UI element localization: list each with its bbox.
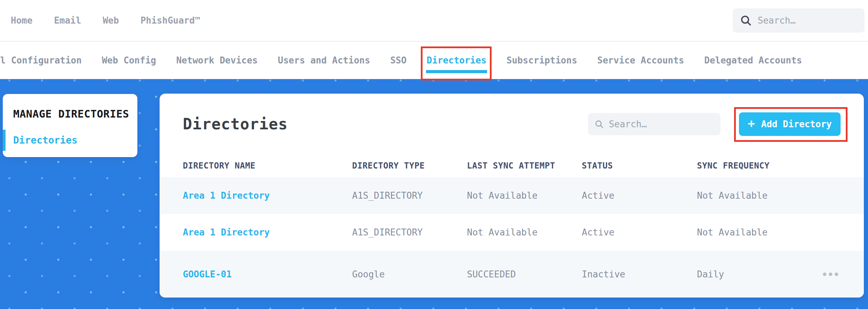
sync-frequency-cell: Not Available [697,227,823,238]
tab-sso[interactable]: SSO [390,42,407,79]
tab-service-accounts[interactable]: Service Accounts [597,42,684,79]
column-status: STATUS [582,161,697,171]
tab-users-and-actions[interactable]: Users and Actions [278,42,370,79]
active-tab-underline [426,70,487,73]
column-last-sync-attempt: LAST SYNC ATTEMPT [467,161,582,171]
sync-frequency-cell: Not Available [697,190,823,201]
tab-directories-label: Directories [427,55,486,66]
table-header-row: DIRECTORY NAME DIRECTORY TYPE LAST SYNC … [160,154,864,177]
top-bar: Home Email Web PhishGuard™ [0,0,868,42]
column-directory-name: DIRECTORY NAME [183,161,352,171]
add-directory-wrap: + Add Directory [739,112,841,136]
last-sync-attempt-cell: Not Available [467,227,582,238]
section-nav-bar: Email Configuration Web Config Network D… [0,42,868,79]
global-search-box[interactable] [733,8,865,33]
panel-header: Directories + Add Directory [160,94,864,154]
panel-actions: + Add Directory [588,112,841,136]
directory-type-cell: A1S_DIRECTORY [352,227,467,238]
search-icon [740,14,752,27]
ellipsis-icon[interactable] [823,273,838,276]
active-item-bar [3,130,6,151]
directory-name-cell: Area 1 Directory [183,190,352,201]
table-row: Area 1 Directory A1S_DIRECTORY Not Avail… [160,214,864,251]
top-nav: Home Email Web PhishGuard™ [11,15,200,26]
table-row: GOOGLE-01 Google SUCCEEDED Inactive Dail… [160,251,864,298]
top-nav-email[interactable]: Email [54,15,81,26]
directory-name-cell: Area 1 Directory [183,227,352,238]
search-icon [594,119,604,130]
directories-search-input[interactable] [609,119,714,129]
global-search-input[interactable] [758,15,858,26]
column-sync-frequency: SYNC FREQUENCY [697,161,823,171]
directory-type-cell: A1S_DIRECTORY [352,190,467,201]
tab-email-configuration[interactable]: Email Configuration [0,42,82,79]
tab-directories[interactable]: Directories [427,42,486,79]
tab-network-devices[interactable]: Network Devices [176,42,258,79]
directories-panel: Directories + Add Directory [160,94,864,298]
directory-type-cell: Google [352,269,467,279]
add-directory-label: Add Directory [761,119,832,129]
directory-link[interactable]: GOOGLE-01 [183,269,232,279]
directories-search-box[interactable] [588,113,721,135]
tab-delegated-accounts[interactable]: Delegated Accounts [704,42,802,79]
directory-link[interactable]: Area 1 Directory [183,227,270,238]
side-card-title: MANAGE DIRECTORIES [3,94,137,120]
add-directory-button[interactable]: + Add Directory [739,112,841,136]
top-nav-home[interactable]: Home [11,15,33,26]
status-cell: Active [582,227,697,238]
sync-frequency-cell: Daily [697,269,823,279]
top-nav-web[interactable]: Web [103,15,119,26]
last-sync-attempt-cell: Not Available [467,190,582,201]
manage-directories-card: MANAGE DIRECTORIES Directories [3,94,137,157]
directory-name-cell: GOOGLE-01 [183,269,352,279]
sidebar-item-directories-label: Directories [13,135,77,146]
status-cell: Active [582,190,697,201]
tab-web-config[interactable]: Web Config [102,42,156,79]
tab-subscriptions[interactable]: Subscriptions [507,42,577,79]
top-nav-phishguard[interactable]: PhishGuard™ [141,15,200,26]
status-cell: Inactive [582,269,697,279]
plus-icon: + [748,118,755,129]
column-directory-type: DIRECTORY TYPE [352,161,467,171]
panel-title: Directories [183,115,288,133]
actions-cell [823,273,841,276]
directory-link[interactable]: Area 1 Directory [183,190,270,201]
sidebar-item-directories[interactable]: Directories [3,131,137,149]
workspace-background: MANAGE DIRECTORIES Directories Directori… [0,79,868,309]
section-nav: Email Configuration Web Config Network D… [0,42,802,79]
last-sync-attempt-cell: SUCCEEDED [467,269,582,279]
table-row: Area 1 Directory A1S_DIRECTORY Not Avail… [160,177,864,214]
